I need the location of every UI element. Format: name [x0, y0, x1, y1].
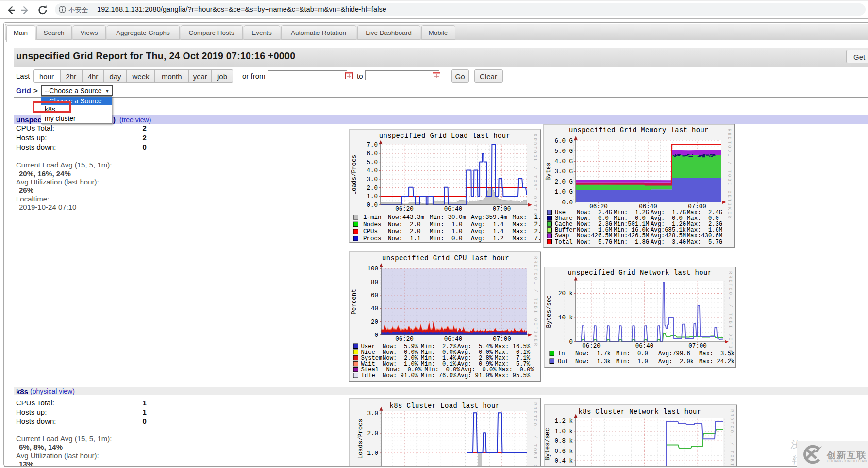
svg-text:Loads/Procs: Loads/Procs	[357, 419, 364, 459]
svg-text:2.0: 2.0	[367, 185, 378, 192]
svg-text:Max: 2.0: Max: 2.0	[513, 228, 540, 235]
svg-text:Avg: 91.0%: Avg: 91.0%	[457, 372, 493, 379]
svg-text:Now: 2.0: Now: 2.0	[388, 221, 421, 228]
svg-text:4.0: 4.0	[367, 167, 378, 174]
svg-text:Nodes: Nodes	[363, 221, 382, 228]
svg-text:7.0: 7.0	[367, 142, 378, 149]
svg-text:4.0 G: 4.0 G	[554, 158, 573, 165]
svg-text:07:00: 07:00	[493, 336, 511, 343]
svg-text:1.0: 1.0	[367, 450, 378, 457]
svg-text:60: 60	[371, 292, 378, 299]
svg-text:0.0: 0.0	[562, 200, 573, 206]
svg-text:Now: 1.3k: Now: 1.3k	[575, 358, 611, 365]
svg-text:Avg: 1.4: Avg: 1.4	[471, 221, 504, 228]
svg-text:unspecified Grid CPU last hour: unspecified Grid CPU last hour	[382, 255, 509, 262]
svg-text:Max: 2.0: Max: 2.0	[513, 221, 540, 228]
svg-text:RRDTOOL / TOBI OETIKER: RRDTOOL / TOBI OETIKER	[727, 129, 732, 219]
svg-text:Avg: 1.2: Avg: 1.2	[471, 235, 504, 242]
svg-text:Idle: Idle	[361, 372, 375, 379]
svg-text:2.0: 2.0	[367, 430, 378, 437]
svg-text:06:20: 06:20	[395, 206, 414, 213]
svg-text:Now: 1.7k: Now: 1.7k	[575, 351, 611, 357]
svg-text:Max: 1.1: Max: 1.1	[513, 214, 540, 221]
svg-text:10 k: 10 k	[558, 315, 573, 321]
svg-text:5.0: 5.0	[367, 159, 378, 166]
svg-text:Bytes/sec: Bytes/sec	[545, 428, 551, 461]
svg-text:100: 100	[367, 266, 378, 272]
svg-text:0: 0	[374, 332, 378, 339]
svg-text:RRDTOOL / TOBI OETIKER: RRDTOOL / TOBI OETIKER	[728, 271, 733, 362]
svg-text:Avg: 3.4G: Avg: 3.4G	[651, 239, 686, 246]
svg-text:06:40: 06:40	[444, 206, 463, 213]
svg-text:0.4 k: 0.4 k	[554, 458, 573, 465]
svg-text:k8s Cluster Load last hour: k8s Cluster Load last hour	[390, 402, 500, 410]
svg-text:Max: 7.0: Max: 7.0	[513, 235, 540, 242]
svg-text:06:20: 06:20	[582, 343, 601, 350]
svg-text:1.0 G: 1.0 G	[554, 189, 573, 196]
svg-text:0: 0	[569, 339, 573, 346]
svg-text:Min: 1.0: Min: 1.0	[616, 358, 648, 365]
svg-text:Min: 0.0: Min: 0.0	[430, 235, 463, 242]
svg-text:20 k: 20 k	[558, 290, 573, 297]
svg-text:Now:443.3m: Now:443.3m	[388, 214, 424, 221]
svg-text:Min: 1.0: Min: 1.0	[430, 221, 463, 228]
svg-text:k8s Cluster Network last hour: k8s Cluster Network last hour	[578, 408, 701, 416]
svg-text:Procs: Procs	[363, 235, 382, 242]
svg-text:Now: 2.0: Now: 2.0	[388, 228, 421, 235]
svg-text:0.6 k: 0.6 k	[554, 448, 573, 455]
svg-text:1.0 k: 1.0 k	[554, 428, 573, 435]
svg-text:1.0: 1.0	[367, 193, 378, 200]
svg-text:Total: Total	[555, 239, 573, 246]
svg-text:Min: 76.0%: Min: 76.0%	[421, 372, 457, 379]
svg-text:RRDTOOL / TOBI OETIKER: RRDTOOL / TOBI OETIKER	[533, 134, 538, 225]
svg-text:1.2 k: 1.2 k	[554, 418, 573, 425]
svg-text:Min: 30.0m: Min: 30.0m	[430, 214, 466, 221]
svg-text:5.0 G: 5.0 G	[554, 148, 573, 155]
svg-text:Max: 3.5k: Max: 3.5k	[699, 351, 734, 357]
svg-text:Avg: 1.4: Avg: 1.4	[471, 228, 504, 235]
svg-text:RRDTOOL / TOBI OETIKER: RRDTOOL / TOBI OETIKER	[533, 402, 538, 466]
svg-text:Min: 1.8G: Min: 1.8G	[614, 239, 649, 246]
svg-text:6.0: 6.0	[367, 150, 378, 157]
svg-text:3.0 G: 3.0 G	[554, 168, 573, 175]
svg-text:RRDTOOL / TOBI OETIKER: RRDTOOL / TOBI OETIKER	[729, 409, 734, 466]
svg-text:Min: 1.0: Min: 1.0	[430, 228, 463, 235]
svg-text:Now: 1.1: Now: 1.1	[388, 235, 421, 242]
svg-text:6.0 G: 6.0 G	[554, 138, 573, 145]
svg-text:In: In	[558, 351, 565, 357]
svg-text:06:40: 06:40	[635, 343, 654, 350]
svg-text:Max: 24.2k: Max: 24.2k	[699, 358, 734, 365]
svg-text:Out: Out	[558, 358, 568, 365]
svg-text:Loads/Procs: Loads/Procs	[351, 155, 358, 195]
svg-text:Now: 91.0%: Now: 91.0%	[383, 372, 418, 379]
svg-text:0.0: 0.0	[367, 202, 378, 209]
svg-text:Percent: Percent	[351, 289, 358, 315]
svg-text:3.0: 3.0	[367, 410, 378, 417]
svg-text:CPUs: CPUs	[363, 228, 378, 235]
svg-text:07:00: 07:00	[493, 206, 511, 213]
svg-text:3.0: 3.0	[367, 176, 378, 183]
svg-text:Min: 0.0: Min: 0.0	[616, 351, 648, 357]
svg-text:06:20: 06:20	[395, 336, 414, 343]
svg-text:Max: 5.7G: Max: 5.7G	[687, 239, 722, 246]
svg-text:unspecified Grid Memory last h: unspecified Grid Memory last hour	[569, 127, 709, 134]
svg-text:Bytes: Bytes	[545, 163, 552, 181]
svg-text:Max: 95.5%: Max: 95.5%	[495, 372, 531, 379]
svg-text:Bytes/sec: Bytes/sec	[546, 295, 552, 328]
svg-text:Avg:359.4m: Avg:359.4m	[471, 214, 507, 221]
svg-text:unspecified Grid Network last: unspecified Grid Network last hour	[568, 269, 712, 277]
svg-text:20: 20	[371, 319, 378, 326]
svg-text:80: 80	[371, 279, 378, 286]
svg-text:Now: 5.7G: Now: 5.7G	[577, 239, 612, 246]
svg-text:06:40: 06:40	[444, 336, 463, 343]
svg-text:2.0 G: 2.0 G	[554, 179, 573, 185]
svg-text:Avg:799.6: Avg:799.6	[658, 351, 690, 357]
svg-text:Avg: 2.0k: Avg: 2.0k	[658, 358, 694, 365]
svg-text:07:00: 07:00	[688, 343, 707, 350]
svg-text:unspecified Grid Load last hou: unspecified Grid Load last hour	[379, 133, 511, 140]
svg-text:40: 40	[371, 305, 378, 312]
svg-text:0.8 k: 0.8 k	[554, 438, 573, 445]
svg-text:RRDTOOL / TOBI OETIKER: RRDTOOL / TOBI OETIKER	[533, 256, 538, 347]
svg-text:1-min: 1-min	[363, 214, 382, 221]
